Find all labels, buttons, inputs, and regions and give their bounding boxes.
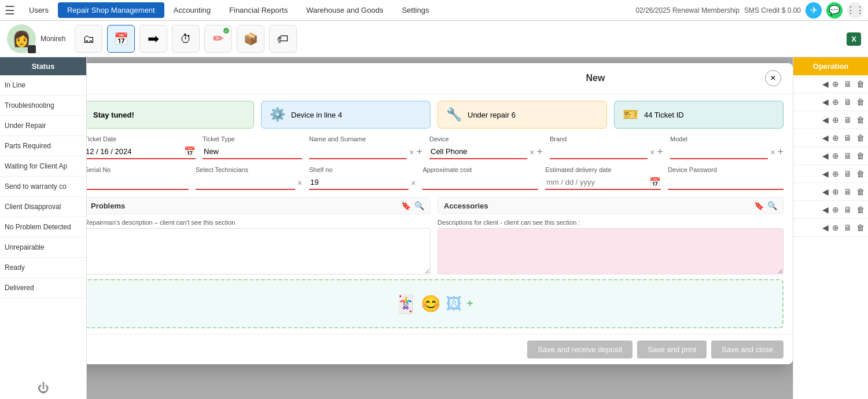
device-icon[interactable]: 🖥	[843, 79, 853, 89]
model-clear-icon[interactable]: ×	[770, 148, 775, 159]
sidebar-item-warranty[interactable]: Send to warranty co	[0, 177, 86, 197]
power-button[interactable]: ⏻	[0, 377, 86, 399]
back-icon[interactable]: ◀	[822, 151, 829, 160]
technicians-input[interactable]	[196, 175, 295, 190]
add-icon[interactable]: ⊕	[831, 79, 840, 89]
delete-icon[interactable]: 🗑	[855, 97, 866, 107]
add-icon[interactable]: ⊕	[831, 133, 840, 143]
device-add-icon[interactable]: +	[536, 146, 543, 159]
brand-clear-icon[interactable]: ×	[650, 148, 654, 159]
settings-icon[interactable]: ⋮⋮	[847, 2, 863, 19]
save-print-button[interactable]: Save and print	[637, 341, 707, 358]
device-icon[interactable]: 🖥	[843, 133, 853, 143]
delete-icon[interactable]: 🗑	[855, 115, 866, 125]
device-icon[interactable]: 🖥	[843, 222, 853, 233]
repairman-desc-textarea[interactable]	[87, 228, 431, 274]
shelf-input[interactable]	[309, 175, 409, 190]
toolbar-btn-arrow[interactable]: ➡	[139, 25, 167, 53]
problems-search-icon[interactable]: 🔍	[414, 201, 424, 210]
model-add-icon[interactable]: +	[777, 146, 784, 159]
sidebar-item-troubleshooting[interactable]: Troubleshooting	[0, 96, 86, 116]
shelf-clear-icon[interactable]: ×	[411, 178, 415, 190]
nav-financial[interactable]: Financial Reports	[220, 2, 297, 18]
add-icon[interactable]: ⊕	[831, 151, 840, 161]
nav-accounting[interactable]: Accounting	[164, 2, 220, 18]
add-icon[interactable]: ⊕	[831, 204, 840, 215]
toolbar-btn-list[interactable]: 🗂	[75, 25, 102, 53]
back-icon[interactable]: ◀	[822, 169, 829, 178]
sidebar-item-delivered[interactable]: Delivered	[0, 278, 86, 298]
whatsapp-icon[interactable]: 💬	[826, 2, 843, 19]
device-icon[interactable]: 🖥	[843, 169, 853, 179]
delete-icon[interactable]: 🗑	[855, 151, 866, 161]
add-icon[interactable]: ⊕	[831, 186, 840, 197]
nav-warehouse[interactable]: Warehouse and Goods	[297, 2, 392, 18]
toolbar-btn-calendar[interactable]: 📅	[107, 25, 135, 53]
nav-settings[interactable]: Settings	[392, 2, 438, 18]
sidebar-item-disapproval[interactable]: Client Disapproval	[0, 197, 86, 217]
client-desc-textarea[interactable]	[437, 228, 784, 274]
technicians-clear-icon[interactable]: ×	[297, 178, 302, 190]
add-icon[interactable]: ⊕	[831, 169, 840, 179]
device-icon[interactable]: 🖥	[843, 115, 853, 125]
delete-icon[interactable]: 🗑	[855, 186, 866, 197]
sidebar-item-noproblem[interactable]: No Problem Detected	[0, 217, 86, 237]
brand-input[interactable]	[550, 145, 648, 159]
back-icon[interactable]: ◀	[822, 205, 829, 214]
back-icon[interactable]: ◀	[822, 115, 829, 125]
brand-add-icon[interactable]: +	[657, 146, 663, 159]
back-icon[interactable]: ◀	[822, 97, 829, 107]
device-icon[interactable]: 🖥	[843, 186, 853, 197]
delete-icon[interactable]: 🗑	[855, 222, 866, 233]
save-deposit-button[interactable]: Save and receive deposit	[527, 341, 632, 358]
device-icon[interactable]: 🖥	[843, 97, 853, 107]
name-add-icon[interactable]: +	[416, 146, 422, 159]
delivery-calendar-icon[interactable]: 📅	[649, 177, 661, 188]
toolbar-btn-edit[interactable]: ✏ ✓	[204, 25, 232, 53]
save-close-button[interactable]: Save and close	[711, 341, 784, 358]
approx-cost-input[interactable]	[422, 175, 538, 190]
sidebar-item-ready[interactable]: Ready	[0, 258, 86, 278]
device-clear-icon[interactable]: ×	[529, 148, 534, 159]
nav-users[interactable]: Users	[20, 2, 58, 18]
ticket-date-input[interactable]	[87, 145, 184, 158]
device-icon[interactable]: 🖥	[843, 151, 853, 161]
add-icon[interactable]: ⊕	[831, 222, 840, 233]
telegram-icon[interactable]: ✈	[806, 2, 822, 19]
sidebar-item-waiting[interactable]: Waiting for Client Ap	[0, 156, 86, 177]
drop-zone[interactable]: 🃏 😊 🖼 +	[87, 279, 784, 328]
hamburger-icon[interactable]: ☰	[5, 3, 15, 17]
add-icon[interactable]: ⊕	[831, 97, 840, 107]
delete-icon[interactable]: 🗑	[855, 133, 866, 143]
delete-icon[interactable]: 🗑	[855, 204, 866, 215]
device-password-input[interactable]	[668, 175, 784, 190]
device-icon[interactable]: 🖥	[843, 204, 853, 215]
sidebar-item-underrepair[interactable]: Under Repair	[0, 116, 86, 136]
excel-button[interactable]: X	[847, 32, 861, 46]
add-icon[interactable]: ⊕	[831, 115, 840, 125]
problems-bookmark-icon[interactable]: 🔖	[401, 201, 411, 210]
back-icon[interactable]: ◀	[822, 133, 829, 142]
name-input[interactable]	[309, 145, 407, 159]
sidebar-item-parts[interactable]: Parts Required	[0, 136, 86, 156]
nav-repair-shop[interactable]: Repair Shop Management	[58, 2, 164, 18]
device-input[interactable]	[429, 145, 527, 159]
calendar-icon[interactable]: 📅	[184, 146, 196, 157]
toolbar-btn-box[interactable]: 📦	[237, 25, 264, 53]
toolbar-btn-tag[interactable]: 🏷	[269, 25, 297, 53]
accessories-search-icon[interactable]: 🔍	[767, 201, 777, 210]
delete-icon[interactable]: 🗑	[855, 79, 866, 89]
ticket-type-input[interactable]	[203, 145, 302, 159]
sidebar-item-unrepairable[interactable]: Unrepairable	[0, 237, 86, 258]
back-icon[interactable]: ◀	[822, 223, 829, 232]
accessories-bookmark-icon[interactable]: 🔖	[754, 201, 764, 210]
delete-icon[interactable]: 🗑	[855, 169, 866, 179]
toolbar-btn-timer[interactable]: ⏱	[172, 25, 200, 53]
back-icon[interactable]: ◀	[822, 187, 829, 196]
modal-close-button[interactable]: ×	[765, 70, 781, 86]
est-delivery-input[interactable]	[545, 175, 649, 189]
back-icon[interactable]: ◀	[822, 79, 829, 89]
sidebar-item-inline[interactable]: In Line	[0, 75, 86, 96]
name-clear-icon[interactable]: ×	[409, 148, 414, 159]
serial-input[interactable]	[87, 175, 189, 190]
